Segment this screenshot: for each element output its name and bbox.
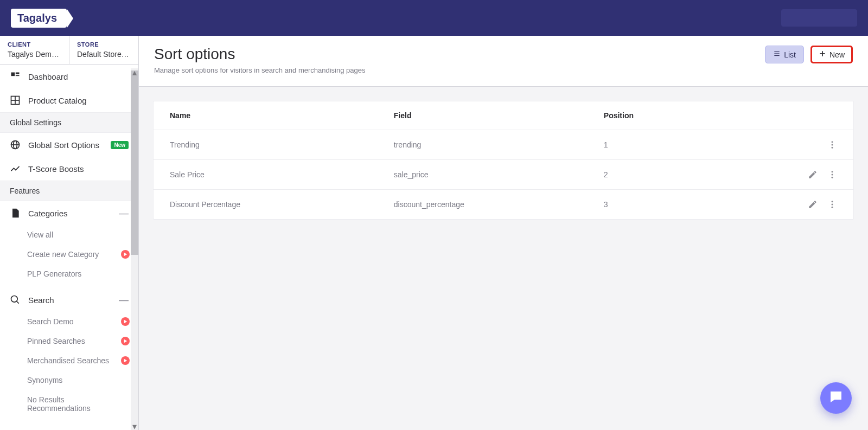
svg-point-28 [832, 204, 833, 206]
store-value: Default Store … [77, 50, 131, 59]
play-icon [121, 250, 130, 259]
svg-rect-2 [16, 75, 20, 76]
plus-icon [819, 50, 826, 59]
list-button-label: List [784, 50, 796, 59]
svg-line-12 [17, 301, 19, 304]
cell-name: Sale Price [154, 160, 378, 190]
account-menu[interactable] [781, 9, 857, 27]
dashboard-icon [10, 71, 21, 82]
scroll-down-icon[interactable]: ▾ [131, 422, 138, 430]
nav-search-synonyms[interactable]: Synonyms [0, 370, 138, 390]
col-field: Field [378, 101, 588, 130]
topbar: Tagalys [0, 0, 868, 36]
client-selector[interactable]: CLIENT Tagalys Demo … [0, 36, 69, 64]
nav-categories-plp[interactable]: PLP Generators [0, 264, 138, 284]
store-selector[interactable]: STORE Default Store … [69, 36, 138, 64]
table-row: Trendingtrending1 [154, 130, 853, 160]
nav-label: Categories [28, 209, 68, 218]
svg-point-27 [832, 201, 833, 202]
client-value: Tagalys Demo … [8, 50, 61, 59]
table-row: Discount Percentagediscount_percentage3 [154, 190, 853, 220]
svg-marker-10 [124, 253, 127, 256]
more-icon[interactable] [827, 170, 837, 179]
cell-position: 2 [588, 160, 788, 190]
svg-rect-1 [16, 73, 20, 74]
trend-icon [10, 163, 21, 174]
play-icon [121, 337, 130, 345]
nav-dashboard[interactable]: Dashboard [0, 65, 138, 88]
edit-icon[interactable] [808, 200, 818, 209]
sort-options-table-card: Name Field Position Trendingtrending1Sal… [153, 101, 854, 220]
nav-categories-create[interactable]: Create new Category [0, 245, 138, 264]
nav-search-no-results[interactable]: No Results Recommendations [0, 390, 138, 418]
nav-search[interactable]: Search — [0, 288, 138, 312]
table-row: Sale Pricesale_price2 [154, 160, 853, 190]
col-name: Name [154, 101, 378, 130]
list-button[interactable]: List [765, 46, 804, 63]
new-button[interactable]: New [810, 46, 853, 63]
svg-marker-15 [124, 359, 127, 362]
new-button-label: New [829, 50, 845, 59]
svg-marker-13 [124, 320, 127, 323]
more-icon[interactable] [827, 200, 837, 209]
svg-point-24 [832, 171, 833, 172]
nav-categories-view-all[interactable]: View all [0, 225, 138, 245]
nav-search-pinned[interactable]: Pinned Searches [0, 331, 138, 351]
play-icon [121, 356, 130, 365]
chat-icon [828, 389, 844, 407]
nav-sub-label: Create new Category [27, 250, 99, 259]
nav-sub-label: Search Demo [27, 317, 74, 326]
svg-point-26 [832, 177, 833, 178]
context-switcher: CLIENT Tagalys Demo … STORE Default Stor… [0, 36, 138, 65]
page-subtitle: Manage sort options for visitors in sear… [154, 66, 366, 74]
svg-point-23 [832, 147, 833, 149]
nav-sub-label: PLP Generators [27, 269, 81, 278]
nav-label: Product Catalog [28, 96, 87, 105]
cell-position: 3 [588, 190, 788, 220]
svg-point-21 [832, 141, 833, 143]
sidebar-scrollbar[interactable] [131, 68, 138, 430]
search-icon [10, 294, 21, 305]
catalog-icon [10, 95, 21, 106]
nav-categories[interactable]: Categories — [0, 201, 138, 225]
sort-options-table: Name Field Position Trendingtrending1Sal… [154, 101, 853, 219]
nav-global-sort-options[interactable]: Global Sort Options New [0, 133, 138, 157]
nav-sub-label: Pinned Searches [27, 337, 85, 345]
nav-label: Search [28, 296, 54, 305]
edit-icon[interactable] [808, 170, 818, 179]
cell-field: sale_price [378, 160, 588, 190]
nav-label: T-Score Boosts [28, 164, 84, 174]
cell-name: Trending [154, 130, 378, 160]
more-icon[interactable] [827, 140, 837, 150]
nav: Dashboard Product Catalog Global Setting… [0, 65, 138, 430]
nav-label: Global Sort Options [28, 140, 99, 150]
svg-point-25 [832, 174, 833, 176]
page-icon [10, 208, 21, 219]
svg-rect-0 [11, 73, 15, 76]
section-global-settings: Global Settings [0, 112, 138, 133]
nav-sub-label: Merchandised Searches [27, 356, 109, 365]
page-header: Sort options Manage sort options for vis… [139, 36, 868, 87]
svg-point-11 [11, 296, 18, 303]
collapse-icon: — [119, 295, 129, 305]
client-label: CLIENT [8, 41, 61, 48]
scrollbar-thumb[interactable] [131, 70, 138, 255]
nav-search-merchandised[interactable]: Merchandised Searches [0, 351, 138, 370]
scroll-up-icon[interactable]: ▴ [131, 68, 138, 76]
cell-position: 1 [588, 130, 788, 160]
nav-label: Dashboard [28, 72, 68, 81]
nav-product-catalog[interactable]: Product Catalog [0, 88, 138, 112]
new-badge: New [111, 141, 129, 149]
chat-fab[interactable] [820, 382, 852, 414]
list-icon [773, 50, 781, 59]
nav-sub-label: View all [27, 230, 53, 239]
col-position: Position [588, 101, 788, 130]
sidebar: CLIENT Tagalys Demo … STORE Default Stor… [0, 36, 139, 430]
cell-name: Discount Percentage [154, 190, 378, 220]
brand-logo[interactable]: Tagalys [11, 9, 67, 28]
svg-marker-14 [124, 339, 127, 343]
cell-field: trending [378, 130, 588, 160]
nav-search-demo[interactable]: Search Demo [0, 312, 138, 331]
play-icon [121, 317, 130, 326]
nav-tscore-boosts[interactable]: T-Score Boosts [0, 157, 138, 181]
